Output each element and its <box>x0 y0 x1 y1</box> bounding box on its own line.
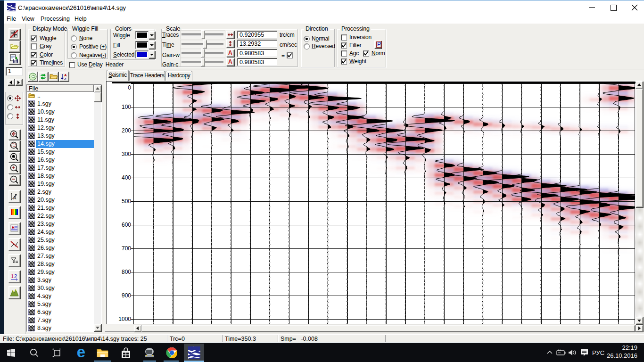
svg-text:Z: Z <box>64 77 66 81</box>
svg-text:A: A <box>13 195 17 200</box>
svg-text:2: 2 <box>14 273 17 279</box>
svg-text:1: 1 <box>11 273 14 279</box>
